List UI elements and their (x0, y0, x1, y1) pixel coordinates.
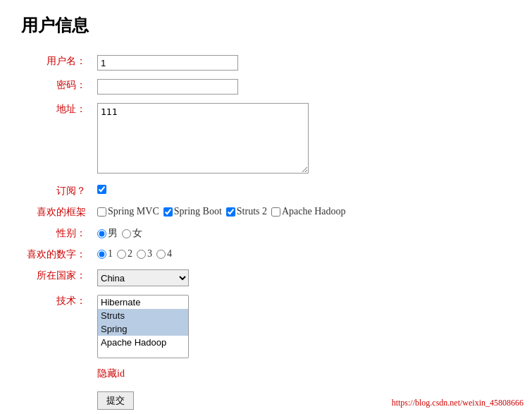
frameworks-row: 喜欢的框架 Spring MVC Spring Boot Struts 2 Ap… (21, 202, 354, 223)
submit-button[interactable]: 提交 (97, 391, 134, 410)
subscribe-field-cell (92, 181, 354, 202)
country-select[interactable]: China USA UK Japan (97, 269, 189, 286)
number-1-label[interactable]: 1 (97, 248, 113, 260)
hidden-id-row: 隐藏id (21, 363, 354, 384)
frameworks-field-cell: Spring MVC Spring Boot Struts 2 Apache H… (92, 202, 354, 223)
password-label: 密码： (21, 75, 92, 99)
framework-mvc-label[interactable]: Spring MVC (97, 206, 159, 217)
number-2-radio[interactable] (117, 250, 126, 259)
tech-row: 技术： Hibernate Struts Spring Apache Hadoo… (21, 291, 354, 363)
framework-struts2-checkbox[interactable] (226, 207, 235, 217)
number-field-cell: 1 2 3 4 (92, 244, 354, 265)
password-row: 密码： (21, 75, 354, 99)
address-row: 地址： 111 (21, 99, 354, 181)
tech-option-hadoop: Apache Hadoop (98, 336, 188, 349)
hidden-id-label (21, 363, 92, 384)
number-1-radio[interactable] (97, 250, 106, 259)
framework-struts2-label[interactable]: Struts 2 (226, 206, 267, 217)
user-form: 用户名： 密码： 地址： 111 订阅？ 喜欢的框架 Spring MVC (21, 51, 354, 414)
gender-male-radio[interactable] (97, 229, 106, 238)
subscribe-checkbox[interactable] (97, 185, 106, 194)
frameworks-group: Spring MVC Spring Boot Struts 2 Apache H… (97, 206, 349, 217)
address-label: 地址： (21, 99, 92, 181)
framework-boot-label[interactable]: Spring Boot (163, 206, 222, 217)
number-4-radio[interactable] (156, 250, 166, 259)
subscribe-label: 订阅？ (21, 181, 92, 202)
tech-select[interactable]: Hibernate Struts Spring Apache Hadoop (97, 295, 189, 358)
hidden-id-text: 隐藏id (97, 368, 125, 379)
framework-boot-checkbox[interactable] (163, 207, 173, 217)
footer-link[interactable]: https://blog.csdn.net/weixin_45808666 (392, 398, 524, 408)
gender-label: 性别： (21, 223, 92, 244)
number-2-label[interactable]: 2 (117, 248, 132, 260)
tech-option-struts: Struts (98, 309, 188, 322)
gender-female-radio[interactable] (122, 229, 131, 238)
username-input[interactable] (97, 55, 238, 71)
tech-label: 技术： (21, 291, 92, 363)
username-label: 用户名： (21, 51, 92, 75)
gender-group: 男 女 (97, 227, 349, 240)
submit-button-cell: 提交 (92, 384, 354, 414)
address-field-cell: 111 (92, 99, 354, 181)
country-row: 所在国家： China USA UK Japan (21, 265, 354, 291)
hidden-id-cell: 隐藏id (92, 363, 354, 384)
gender-male-label[interactable]: 男 (97, 227, 118, 240)
address-textarea[interactable]: 111 (97, 103, 309, 173)
password-field-cell (92, 75, 354, 99)
password-input[interactable] (97, 79, 238, 95)
framework-hadoop-checkbox[interactable] (271, 207, 280, 217)
country-label: 所在国家： (21, 265, 92, 291)
number-row: 喜欢的数字： 1 2 3 4 (21, 244, 354, 265)
gender-field-cell: 男 女 (92, 223, 354, 244)
username-field-cell (92, 51, 354, 75)
tech-option-spring: Spring (98, 322, 188, 336)
tech-option-hibernate: Hibernate (98, 296, 188, 309)
number-3-label[interactable]: 3 (137, 248, 152, 260)
number-group: 1 2 3 4 (97, 248, 349, 260)
frameworks-label: 喜欢的框架 (21, 202, 92, 223)
gender-row: 性别： 男 女 (21, 223, 354, 244)
number-4-label[interactable]: 4 (156, 248, 172, 260)
number-3-radio[interactable] (137, 250, 146, 259)
submit-row: 提交 (21, 384, 354, 414)
subscribe-row: 订阅？ (21, 181, 354, 202)
submit-label-cell (21, 384, 92, 414)
framework-mvc-checkbox[interactable] (97, 207, 106, 217)
number-label: 喜欢的数字： (21, 244, 92, 265)
page-title: 用户信息 (21, 14, 511, 37)
gender-female-label[interactable]: 女 (122, 227, 142, 240)
tech-field-cell: Hibernate Struts Spring Apache Hadoop (92, 291, 354, 363)
framework-hadoop-label[interactable]: Apache Hadoop (271, 206, 346, 217)
username-row: 用户名： (21, 51, 354, 75)
country-field-cell: China USA UK Japan (92, 265, 354, 291)
